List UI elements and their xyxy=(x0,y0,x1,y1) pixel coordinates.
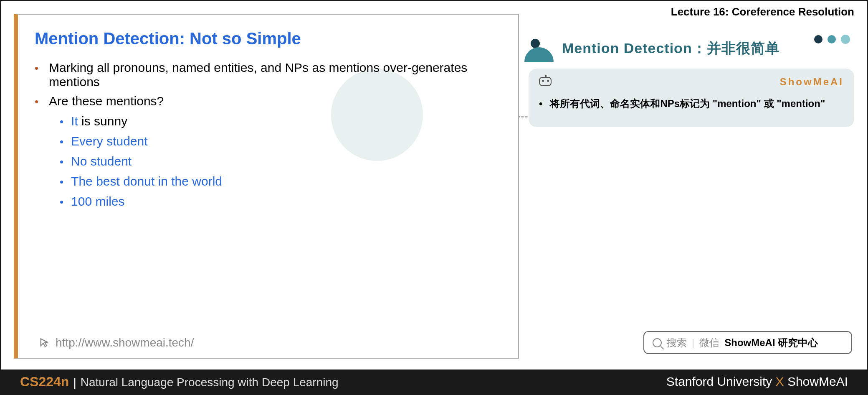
sub-bullet-item: • 100 miles xyxy=(60,194,506,209)
sub-bullet-item: • No student xyxy=(60,154,506,169)
bullet-item: • Are these mentions? xyxy=(35,94,506,109)
footer-x: X xyxy=(776,375,784,388)
note-box: ShowMeAI • 将所有代词、命名实体和NPs标记为 "mention" 或… xyxy=(529,69,854,127)
showmeai-brand: ShowMeAI xyxy=(780,76,844,88)
robot-icon xyxy=(539,77,552,86)
search-icon xyxy=(653,338,662,347)
sub-bullet-item: • It is sunny xyxy=(60,114,506,129)
course-name: Natural Language Processing with Deep Le… xyxy=(81,376,339,389)
cursor-icon xyxy=(39,337,51,349)
bullet-dot: • xyxy=(60,194,63,209)
sub-bullet-text: 100 miles xyxy=(71,194,124,209)
footer-right: Stanford University X ShowMeAI xyxy=(666,375,848,389)
search-label: 微信 xyxy=(699,336,719,349)
footer-left: CS224n | Natural Language Processing wit… xyxy=(20,374,339,390)
bullet-dot: • xyxy=(35,61,38,89)
teal-shape-icon xyxy=(529,37,554,62)
footer: CS224n | Natural Language Processing wit… xyxy=(1,370,867,394)
bullet-dot: • xyxy=(60,114,63,129)
slide-url: http://www.showmeai.tech/ xyxy=(39,336,194,349)
bullet-text: Marking all pronouns, named entities, an… xyxy=(49,61,506,89)
bullet-item: • Marking all pronouns, named entities, … xyxy=(35,61,506,89)
deco-dot xyxy=(828,35,836,43)
bullet-dot: • xyxy=(35,94,38,109)
course-separator: | xyxy=(73,376,76,389)
sub-bullet-text: The best donut in the world xyxy=(71,174,222,189)
bullet-dot: • xyxy=(60,174,63,189)
bullet-dot: • xyxy=(60,154,63,169)
note-bullet: • 将所有代词、命名实体和NPs标记为 "mention" 或 "mention… xyxy=(539,95,844,112)
sub-bullet-text: It is sunny xyxy=(71,114,127,129)
bullet-text: Are these mentions? xyxy=(49,94,164,109)
note-text: 将所有代词、命名实体和NPs标记为 "mention" 或 "mention" xyxy=(550,95,825,112)
sub-bullet-item: • Every student xyxy=(60,134,506,149)
slide-content: • Marking all pronouns, named entities, … xyxy=(35,61,506,209)
page-frame: Lecture 16: Coreference Resolution Menti… xyxy=(0,0,868,395)
dots-decoration xyxy=(814,35,850,44)
url-text: http://www.showmeai.tech/ xyxy=(56,336,194,349)
right-panel: Mention Detection：并非很简单 ShowMeAI • 将所有代词… xyxy=(529,24,854,127)
deco-dot xyxy=(841,35,850,44)
search-bold-text: ShowMeAI 研究中心 xyxy=(724,336,818,349)
deco-dot xyxy=(814,35,822,43)
lecture-header: Lecture 16: Coreference Resolution xyxy=(671,5,854,18)
search-label: 搜索 xyxy=(667,336,687,349)
slide-title: Mention Detection: Not so Simple xyxy=(35,29,506,48)
search-box[interactable]: 搜索 | 微信 ShowMeAI 研究中心 xyxy=(643,331,852,354)
note-content: • 将所有代词、命名实体和NPs标记为 "mention" 或 "mention… xyxy=(539,95,844,112)
main-slide: Mention Detection: Not so Simple • Marki… xyxy=(14,14,519,359)
sub-bullet-text: Every student xyxy=(71,134,147,149)
bullet-dot: • xyxy=(539,95,542,112)
sub-bullet-item: • The best donut in the world xyxy=(60,174,506,189)
bullet-dot: • xyxy=(60,134,63,149)
sub-bullet-text: No student xyxy=(71,154,132,169)
sidebar-title: Mention Detection：并非很简单 xyxy=(562,39,854,58)
course-code: CS224n xyxy=(20,374,69,390)
university-name: Stanford University xyxy=(666,375,772,388)
search-divider: | xyxy=(692,337,694,349)
org-name: ShowMeAI xyxy=(787,375,848,388)
